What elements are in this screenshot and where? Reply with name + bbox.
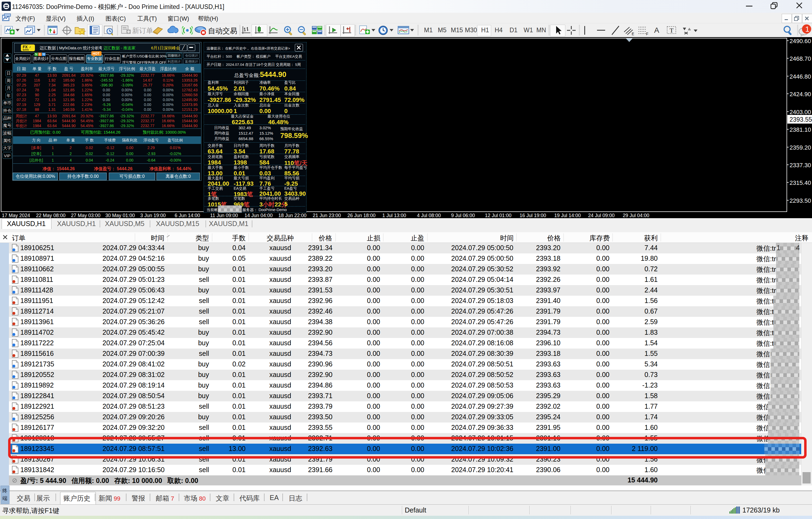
svg-text:F: F	[646, 32, 648, 36]
svg-text:1: 1	[805, 25, 810, 33]
svg-text:T: T	[670, 27, 674, 34]
svg-text:DATA: DATA	[23, 49, 29, 51]
svg-text:↗: ↗	[29, 46, 31, 49]
svg-text:HOT: HOT	[93, 52, 99, 56]
svg-text:E: E	[632, 32, 634, 36]
